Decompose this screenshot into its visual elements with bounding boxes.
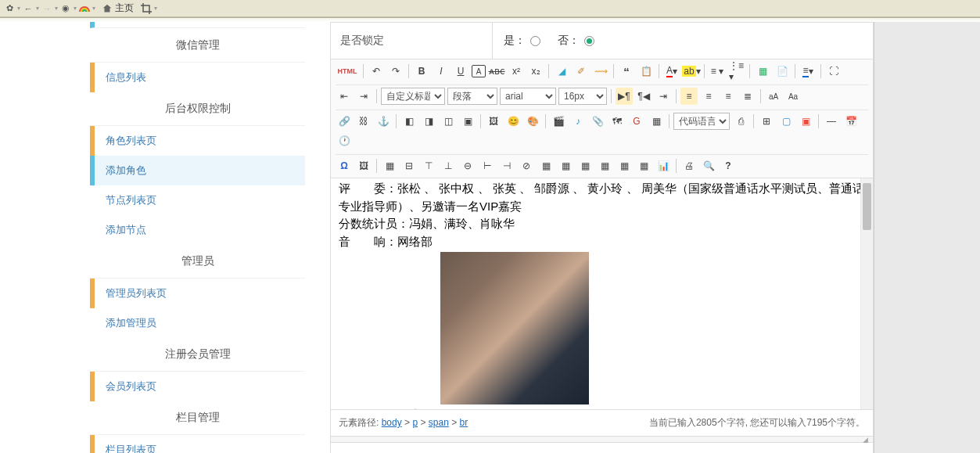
- scrollbar[interactable]: [860, 178, 873, 409]
- paragraph-select[interactable]: 段落: [447, 88, 497, 105]
- align-center-icon[interactable]: ≡: [700, 88, 717, 105]
- chart-icon[interactable]: 📊: [655, 157, 672, 174]
- hr-icon[interactable]: —: [823, 113, 840, 130]
- back-icon[interactable]: ←: [22, 2, 34, 15]
- code-lang-select[interactable]: 代码语言: [673, 113, 730, 130]
- content-line[interactable]: 音 响：网络部: [339, 233, 865, 251]
- forecolor-icon[interactable]: A ▾: [663, 63, 680, 80]
- table-icon[interactable]: ▦: [381, 157, 398, 174]
- map-icon[interactable]: 🗺: [608, 113, 626, 130]
- row-after-icon[interactable]: ⊥: [440, 157, 457, 174]
- favorite-icon[interactable]: ✿: [3, 2, 16, 15]
- undo-icon[interactable]: ↶: [368, 63, 385, 80]
- sidebar-item[interactable]: 节点列表页: [90, 185, 305, 215]
- backcolor-icon[interactable]: ab ▾: [683, 63, 700, 80]
- fullscreen-icon[interactable]: ⛶: [825, 63, 842, 80]
- rainbow-icon[interactable]: [78, 2, 91, 15]
- path-span[interactable]: span: [429, 417, 449, 428]
- format-brush-icon[interactable]: ✐: [573, 63, 590, 80]
- row-del-icon[interactable]: ⊖: [459, 157, 476, 174]
- sidebar-item[interactable]: 角色列表页: [90, 126, 305, 156]
- content-image[interactable]: [440, 252, 589, 404]
- col-before-icon[interactable]: ⊢: [479, 157, 496, 174]
- home-button[interactable]: 主页: [97, 2, 138, 15]
- img-center-icon[interactable]: ◫: [440, 113, 457, 130]
- image-icon[interactable]: 🖼: [485, 113, 502, 130]
- select-all-icon[interactable]: ▦: [754, 63, 771, 80]
- sidebar-item[interactable]: 管理员列表页: [90, 279, 305, 308]
- emotion-icon[interactable]: 😊: [504, 113, 522, 130]
- link-icon[interactable]: 🔗: [336, 113, 353, 130]
- unlink-icon[interactable]: ⛓: [355, 113, 372, 130]
- sidebar-item[interactable]: 添加管理员: [90, 308, 305, 338]
- indent-icon[interactable]: ⇤: [336, 88, 353, 105]
- autotype-icon[interactable]: ⟿: [592, 63, 609, 80]
- search-icon[interactable]: 🔍: [700, 157, 717, 174]
- webapp-icon[interactable]: ▦: [648, 113, 665, 130]
- sidebar-item[interactable]: 添加节点: [90, 215, 305, 245]
- img-right-icon[interactable]: ◨: [420, 113, 437, 130]
- ordered-list-icon[interactable]: ≡ ▾: [709, 63, 726, 80]
- gmap-icon[interactable]: G: [628, 113, 645, 130]
- path-body[interactable]: body: [382, 417, 402, 428]
- sidebar-item[interactable]: 添加角色: [90, 156, 305, 185]
- content-line[interactable]: 分数统计员：冯娟、满玲、肖咏华: [339, 215, 865, 233]
- print-icon[interactable]: 🖨: [680, 157, 698, 174]
- pagebreak-icon[interactable]: ⎙: [732, 113, 749, 130]
- spechar-icon[interactable]: Ω: [336, 157, 353, 174]
- wordimage-icon[interactable]: 🖼: [355, 157, 372, 174]
- fontborder-icon[interactable]: A: [472, 65, 486, 77]
- snapscreen-icon[interactable]: ▣: [797, 113, 814, 130]
- editor-body[interactable]: 评 委：张松 、 张中权 、 张英 、 邹爵源 、 黄小玲 、 周美华（国家级普…: [331, 178, 873, 409]
- scroll-thumb[interactable]: [863, 183, 871, 230]
- split-cells-icon[interactable]: ▦: [596, 157, 613, 174]
- strike-icon[interactable]: ᴀʙᴄ: [488, 63, 505, 80]
- italic-icon[interactable]: I: [433, 63, 450, 80]
- blockquote-icon[interactable]: “: [618, 63, 635, 80]
- indent2-icon[interactable]: ⇥: [655, 88, 672, 105]
- content-line[interactable]: 摄 影：姚晓群: [339, 406, 865, 409]
- fontfamily-select[interactable]: arial: [500, 88, 556, 105]
- sidebar-item[interactable]: 信息列表: [90, 63, 305, 92]
- sidebar-item[interactable]: 栏目列表页: [90, 435, 305, 453]
- radio-yes[interactable]: [530, 36, 540, 46]
- forward-icon[interactable]: →: [41, 2, 53, 15]
- col-after-icon[interactable]: ⊣: [498, 157, 515, 174]
- merge-right-icon[interactable]: ▦: [557, 157, 574, 174]
- outdent-icon[interactable]: ⇥: [355, 88, 372, 105]
- anchor-icon[interactable]: ⚓: [375, 113, 392, 130]
- crop-icon[interactable]: [140, 2, 153, 15]
- path-br[interactable]: br: [460, 417, 468, 428]
- split-cols-icon[interactable]: ▦: [635, 157, 652, 174]
- help-icon[interactable]: ?: [720, 157, 737, 174]
- ltr-icon[interactable]: ▶¶: [616, 88, 633, 105]
- eraser-icon[interactable]: ◢: [553, 63, 570, 80]
- superscript-icon[interactable]: x²: [508, 63, 525, 80]
- background-icon[interactable]: ▢: [777, 113, 795, 130]
- img-none-icon[interactable]: ▣: [459, 113, 476, 130]
- clear-format-icon[interactable]: 📄: [774, 63, 791, 80]
- fontsize-select[interactable]: 16px: [558, 88, 607, 105]
- lineheight-icon[interactable]: ≡ ▾: [799, 63, 817, 80]
- subscript-icon[interactable]: x₂: [527, 63, 544, 80]
- resize-handle[interactable]: ◢: [331, 436, 873, 442]
- pasteplain-icon[interactable]: 📋: [637, 63, 655, 80]
- scrawl-icon[interactable]: 🎨: [524, 113, 541, 130]
- path-p[interactable]: p: [412, 417, 418, 428]
- custom-style-select[interactable]: 自定义标题: [381, 88, 445, 105]
- html-source-button[interactable]: HTML: [336, 63, 359, 80]
- rtl-icon[interactable]: ¶◀: [635, 88, 652, 105]
- content-line[interactable]: 评 委：张松 、 张中权 、 张英 、 邹爵源 、 黄小玲 、 周美华（国家级普…: [339, 180, 865, 215]
- stop-icon[interactable]: ◉: [59, 2, 72, 15]
- time-icon[interactable]: 🕐: [336, 132, 353, 149]
- row-before-icon[interactable]: ⊤: [420, 157, 437, 174]
- music-icon[interactable]: ♪: [569, 113, 587, 130]
- attachment-icon[interactable]: 📎: [589, 113, 606, 130]
- unordered-list-icon[interactable]: ⋮≡ ▾: [728, 63, 745, 80]
- bold-icon[interactable]: B: [413, 63, 430, 80]
- video-icon[interactable]: 🎬: [550, 113, 567, 130]
- align-left-icon[interactable]: ≡: [680, 88, 698, 105]
- sidebar-item[interactable]: 会员列表页: [90, 372, 305, 401]
- redo-icon[interactable]: ↷: [387, 63, 404, 80]
- split-rows-icon[interactable]: ▦: [616, 157, 633, 174]
